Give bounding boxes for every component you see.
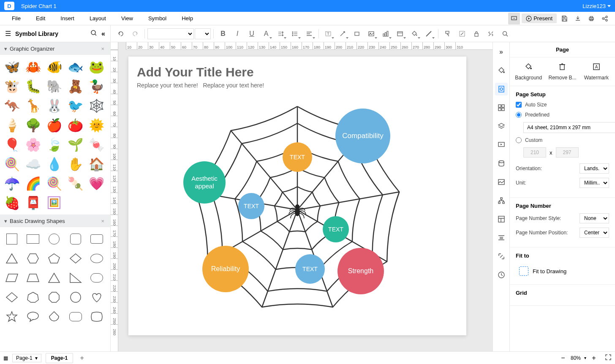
page-settings-icon[interactable]: [495, 83, 508, 95]
clipart-cow[interactable]: 🐮: [3, 77, 21, 95]
clipart-leaf[interactable]: 🍃: [45, 135, 63, 154]
category-basic-shapes[interactable]: ▾ Basic Drawing Shapes ×: [0, 215, 110, 227]
page-title[interactable]: Add Your Title Here: [137, 65, 458, 79]
clipart-fish2[interactable]: 🐟: [66, 57, 85, 76]
shape-button[interactable]: [350, 27, 364, 41]
user-menu[interactable]: Lizzie123: [582, 3, 611, 9]
image-button[interactable]: [365, 27, 378, 41]
watermark-action[interactable]: AWatermark: [580, 62, 613, 81]
shape-hexagon[interactable]: [24, 249, 42, 268]
clipart-crab[interactable]: 🦀: [24, 57, 42, 76]
clipart-plant[interactable]: 🌱: [66, 135, 85, 154]
print-icon[interactable]: [585, 13, 597, 24]
shape-triangle2[interactable]: [45, 269, 63, 287]
save-icon[interactable]: [558, 13, 570, 24]
bubble-strength[interactable]: Strength: [337, 248, 384, 294]
background-action[interactable]: Background: [512, 62, 545, 81]
menu-edit[interactable]: Edit: [28, 13, 53, 24]
shape-teardrop[interactable]: [45, 307, 63, 326]
line-style-button[interactable]: [422, 27, 435, 41]
chart-button[interactable]: [379, 27, 392, 41]
export-icon[interactable]: [572, 13, 584, 24]
shape-heart[interactable]: [87, 288, 106, 307]
present-button[interactable]: Present: [522, 14, 557, 23]
line-spacing-button[interactable]: [274, 27, 287, 41]
align-icon[interactable]: [495, 231, 508, 244]
clipart-frog[interactable]: 🐸: [87, 57, 106, 76]
bubble-text1[interactable]: TEXT: [283, 142, 312, 172]
fullscreen-icon[interactable]: [605, 354, 612, 362]
select-button[interactable]: [455, 27, 469, 41]
collapse-panel-icon[interactable]: «: [101, 30, 105, 38]
shape-rect[interactable]: [24, 230, 42, 248]
clipart-lollipop[interactable]: 🍭: [45, 174, 63, 193]
predefined-radio[interactable]: [516, 112, 522, 118]
clipart-butterfly[interactable]: 🦋: [3, 57, 21, 76]
layers-icon[interactable]: [495, 120, 508, 133]
search-icon[interactable]: [90, 30, 97, 38]
clipart-duck[interactable]: 🦆: [87, 77, 106, 95]
menu-help[interactable]: Help: [174, 13, 201, 24]
connector-button[interactable]: [336, 27, 349, 41]
clipart-elephant[interactable]: 🐘: [45, 77, 63, 95]
shape-circle[interactable]: [45, 230, 63, 248]
height-input[interactable]: [556, 147, 579, 158]
layout-icon[interactable]: [495, 213, 508, 225]
tools-button[interactable]: [484, 27, 498, 41]
clipart-drop[interactable]: 💧: [45, 155, 63, 173]
image-icon[interactable]: [495, 176, 508, 188]
bold-button[interactable]: B: [216, 27, 230, 41]
page-selector[interactable]: Page-1 ▾: [12, 354, 41, 362]
fill-tool-icon[interactable]: [495, 64, 508, 77]
clipart-tree[interactable]: 🌳: [24, 116, 42, 134]
redo-button[interactable]: [128, 27, 142, 41]
clipart-fish[interactable]: 🐠: [45, 57, 63, 76]
align-button[interactable]: [302, 27, 316, 41]
shape-roundrect[interactable]: [66, 230, 85, 248]
shape-cushion[interactable]: [87, 307, 106, 326]
clipart-web[interactable]: 🕸️: [87, 96, 106, 115]
clipart-house[interactable]: 🏠: [87, 155, 106, 173]
width-input[interactable]: [523, 147, 546, 158]
fill-button[interactable]: [408, 27, 421, 41]
unit-select[interactable]: Millim...: [580, 178, 609, 188]
italic-button[interactable]: I: [231, 27, 244, 41]
shape-roundrect2[interactable]: [66, 307, 85, 326]
data-icon[interactable]: [495, 157, 508, 170]
clipart-flower[interactable]: 🌸: [24, 135, 42, 154]
bubble-aesthetic[interactable]: Aesthetic appeal: [183, 161, 226, 204]
chevron-down-icon[interactable]: ▾: [584, 356, 586, 360]
clipart-popsicle[interactable]: 🍡: [66, 174, 85, 193]
lock-button[interactable]: [470, 27, 483, 41]
bullet-button[interactable]: [288, 27, 302, 41]
fit-to-drawing-button[interactable]: Fit to Drawing: [516, 263, 609, 279]
custom-radio[interactable]: [516, 137, 522, 143]
shape-diamond2[interactable]: [3, 288, 21, 307]
shape-star[interactable]: [3, 307, 21, 326]
hierarchy-icon[interactable]: [495, 194, 508, 207]
grid-icon[interactable]: [495, 101, 508, 114]
shape-triangle[interactable]: [3, 249, 21, 268]
clipart-photo[interactable]: 🖼️: [45, 193, 63, 212]
find-button[interactable]: [498, 27, 512, 41]
clipart-candy2[interactable]: 🍭: [3, 155, 21, 173]
shape-speech[interactable]: [24, 307, 42, 326]
clipart-giraffe[interactable]: 🦒: [24, 96, 42, 115]
add-page-button[interactable]: +: [77, 353, 87, 363]
close-icon[interactable]: ×: [99, 46, 106, 52]
font-color-button[interactable]: A: [259, 27, 273, 41]
underline-button[interactable]: U: [245, 27, 259, 41]
bubble-text4[interactable]: TEXT: [295, 254, 325, 284]
shape-right-triangle[interactable]: [66, 269, 85, 287]
format-painter-button[interactable]: [441, 27, 454, 41]
shape-square[interactable]: [3, 230, 21, 248]
container-button[interactable]: [393, 27, 407, 41]
history-icon[interactable]: [495, 269, 508, 281]
shape-roundrect-h[interactable]: [87, 230, 106, 248]
shape-trapezoid[interactable]: [24, 269, 42, 287]
pn-pos-select[interactable]: Center: [580, 228, 609, 238]
menu-symbol[interactable]: Symbol: [141, 13, 174, 24]
clipart-candy[interactable]: 🍬: [87, 135, 106, 154]
clipart-sun[interactable]: 🌞: [87, 116, 106, 134]
shape-pill[interactable]: [87, 269, 106, 287]
